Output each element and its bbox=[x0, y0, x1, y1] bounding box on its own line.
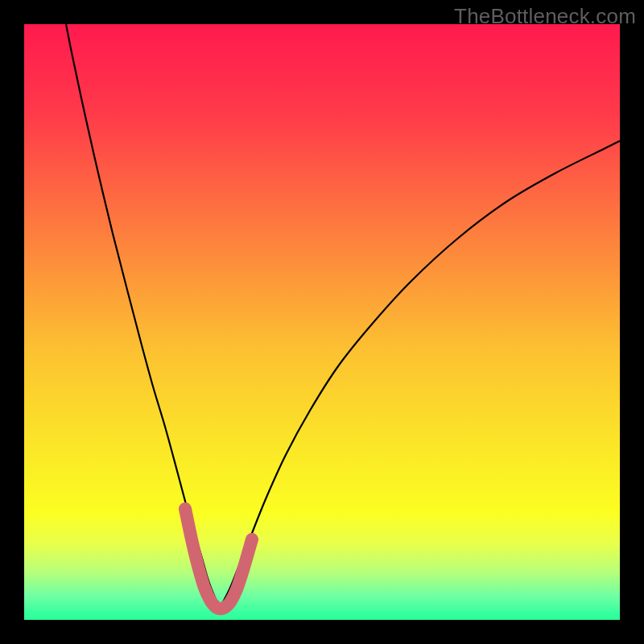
curve-right bbox=[219, 141, 620, 608]
curve-left bbox=[66, 24, 219, 608]
watermark-text: TheBottleneck.com bbox=[454, 4, 636, 29]
pink-u-highlight bbox=[185, 509, 252, 609]
chart-lines bbox=[24, 24, 620, 620]
chart-frame bbox=[24, 24, 620, 620]
